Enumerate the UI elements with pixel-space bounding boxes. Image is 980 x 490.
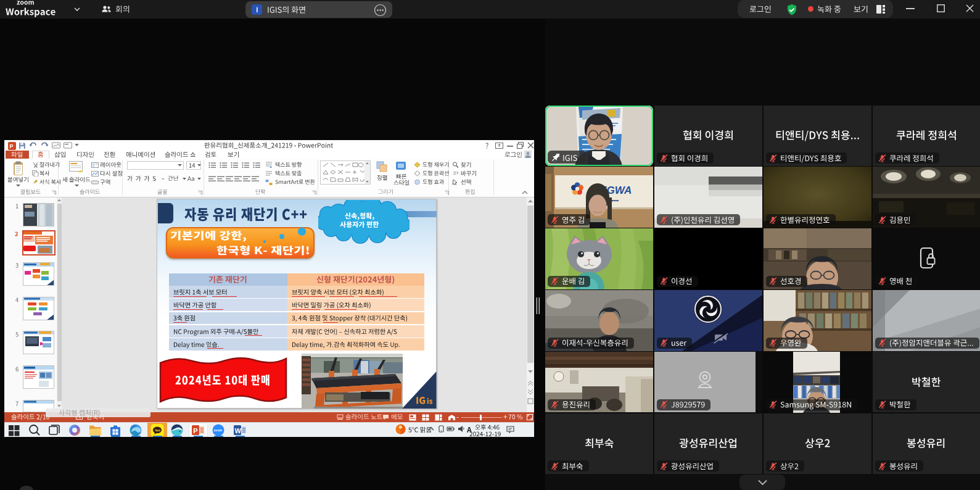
svg-text:W: W [235,426,242,434]
svg-text:TALK: TALK [155,429,160,431]
svg-text:P: P [10,143,14,149]
svg-text:P: P [193,426,197,434]
svg-text:zoom: zoom [213,428,222,432]
